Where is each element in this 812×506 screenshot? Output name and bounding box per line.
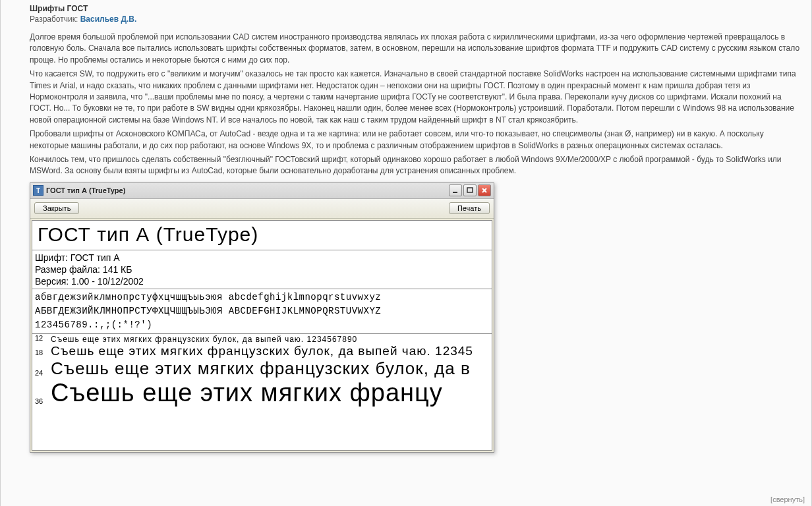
- sample-text: Съешь еще этих мягких французских булок,…: [51, 344, 473, 358]
- sample-row: 24 Съешь еще этих мягких французских бул…: [32, 358, 492, 379]
- sample-size-label: 36: [35, 397, 51, 407]
- font-display-scroll[interactable]: ГОСТ тип А (TrueType) Шрифт: ГОСТ тип А …: [32, 221, 492, 450]
- sample-text: Съешь еще этих мягких французских булок,…: [51, 335, 357, 344]
- sample-size-label: 12: [35, 334, 51, 344]
- developer-line: Разработчик: Васильев Д.В.: [30, 14, 802, 24]
- svg-rect-0: [453, 192, 457, 193]
- font-file-icon: T: [33, 185, 44, 196]
- article-title: Шрифты ГОСТ: [30, 4, 802, 13]
- article-paragraph: Кончилось тем, что пришлось сделать собс…: [30, 154, 802, 177]
- sample-row: 18 Съешь еще этих мягких французских бул…: [32, 344, 492, 358]
- minimize-button[interactable]: [449, 184, 462, 196]
- close-button[interactable]: [478, 184, 491, 196]
- svg-rect-1: [467, 188, 473, 192]
- window-titlebar[interactable]: T ГОСТ тип А (TrueType): [30, 183, 494, 199]
- window-title: ГОСТ тип А (TrueType): [46, 186, 125, 194]
- sample-text: Съешь еще этих мягких французских булок,…: [51, 358, 471, 379]
- font-preview-window: T ГОСТ тип А (TrueType) Закрыть: [30, 183, 494, 453]
- toolbar: Закрыть Печать: [30, 199, 494, 219]
- font-meta-version: Версия: 1.00 - 10/12/2002: [35, 275, 489, 287]
- font-meta-name: Шрифт: ГОСТ тип А: [35, 252, 489, 264]
- article-paragraph: Долгое время большой проблемой при испол…: [30, 32, 802, 66]
- sample-size-label: 24: [35, 369, 51, 379]
- sample-size-label: 18: [35, 349, 51, 358]
- charset-lower: абвгдежзийклмнопрстуфхцчшщъыьэюя abcdefg…: [35, 291, 489, 304]
- sample-text: Съешь еще этих мягких францу: [51, 379, 443, 407]
- charset-upper: АБВГДЕЖЗИЙКЛМНОПРСТУФХЦЧШЩЪЫЬЭЮЯ ABCDEFG…: [35, 304, 489, 318]
- font-name-heading: ГОСТ тип А (TrueType): [35, 222, 489, 248]
- collapse-link[interactable]: [свернуть]: [770, 495, 805, 503]
- maximize-button[interactable]: [463, 184, 477, 196]
- sample-row: 36 Съешь еще этих мягких францу: [32, 379, 492, 407]
- print-button[interactable]: Печать: [449, 202, 490, 214]
- close-font-button[interactable]: Закрыть: [34, 202, 79, 214]
- developer-link[interactable]: Васильев Д.В.: [80, 14, 137, 24]
- developer-label: Разработчик:: [30, 14, 78, 24]
- font-meta-size: Размер файла: 141 КБ: [35, 264, 489, 275]
- sample-row: 12 Съешь еще этих мягких французских бул…: [32, 334, 492, 344]
- font-display-area: ГОСТ тип А (TrueType) Шрифт: ГОСТ тип А …: [32, 220, 492, 451]
- charset-numbers: 123456789.:,;(:*!?'): [35, 318, 489, 332]
- article-paragraph: Что касается SW, то подружить его с "вел…: [30, 69, 802, 126]
- article-paragraph: Пробовали шрифты от Асконовского КОМПАСа…: [30, 128, 802, 152]
